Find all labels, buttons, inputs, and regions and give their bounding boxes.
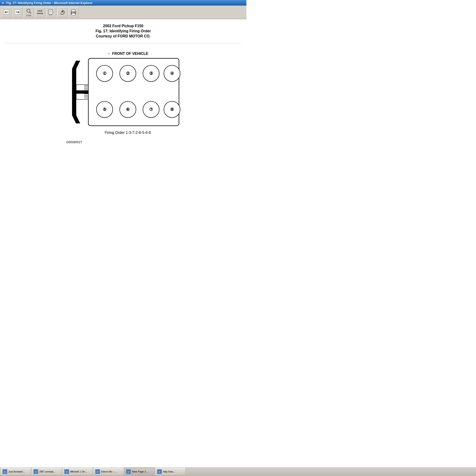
firing-order-diagram: ← FRONT OF VEHICLE ① ② ③ ④ ⑤ ⑥	[58, 48, 188, 146]
search-icon	[26, 8, 32, 14]
svg-point-6	[27, 9, 30, 12]
firing-order-label: Firing Order 1-3-7-2-6-5-4-8	[105, 131, 151, 135]
refresh-icon	[59, 9, 66, 16]
cylinder-2-label: ②	[126, 71, 130, 76]
crank-top-diagonal	[72, 61, 80, 69]
show-label: SHOW	[37, 12, 43, 15]
cylinder-1-label: ①	[103, 71, 106, 76]
print-icon	[70, 9, 77, 16]
crank-bottom-diagonal	[72, 115, 80, 123]
print-button[interactable]	[68, 7, 79, 17]
hide-show-button[interactable]: HIDE SHOW	[35, 7, 45, 17]
next-fig-button[interactable]: FIG	[13, 7, 23, 17]
bookmark-button[interactable]	[46, 7, 56, 17]
title-bar-text: n - Fig. 17: Identifying Firing Order - …	[2, 1, 93, 5]
next-fig-icon: FIG	[14, 9, 21, 16]
cylinder-7-label: ⑦	[149, 107, 153, 112]
title-bar: n - Fig. 17: Identifying Firing Order - …	[0, 0, 246, 6]
diagram-container: ← FRONT OF VEHICLE ① ② ③ ④ ⑤ ⑥	[5, 48, 242, 146]
refresh-button[interactable]	[57, 7, 68, 17]
cylinder-8-label: ⑧	[170, 107, 174, 112]
svg-rect-8	[49, 10, 52, 14]
document-title: 2002 Ford Pickup F150	[5, 24, 242, 28]
svg-rect-17	[72, 12, 73, 13]
find-button[interactable]: FIND	[24, 7, 34, 17]
cylinder-3-label: ③	[149, 71, 153, 76]
cylinder-6-label: ⑥	[126, 107, 130, 112]
toolbar: FIG FIG FIND HIDE SHOW	[0, 6, 246, 19]
prev-fig-icon: FIG	[3, 9, 10, 16]
svg-line-7	[30, 12, 31, 14]
svg-rect-16	[72, 13, 75, 15]
document-courtesy: Courtesy of FORD MOTOR CO.	[5, 34, 242, 38]
bookmark-icon	[48, 9, 54, 16]
prev-fig-button[interactable]: FIG	[1, 7, 12, 17]
diagram-id: G00060527	[66, 140, 82, 144]
front-label: ← FRONT OF VEHICLE	[107, 51, 148, 55]
crank-crossbar	[72, 90, 88, 94]
document-subtitle: Fig. 17: Identifying Firing Order	[5, 29, 242, 33]
main-content: 2002 Ford Pickup F150 Fig. 17: Identifyi…	[0, 19, 246, 150]
hide-show-label: HIDE	[37, 10, 43, 12]
cylinder-5-label: ⑤	[103, 107, 106, 112]
cylinder-4-label: ④	[170, 71, 174, 76]
